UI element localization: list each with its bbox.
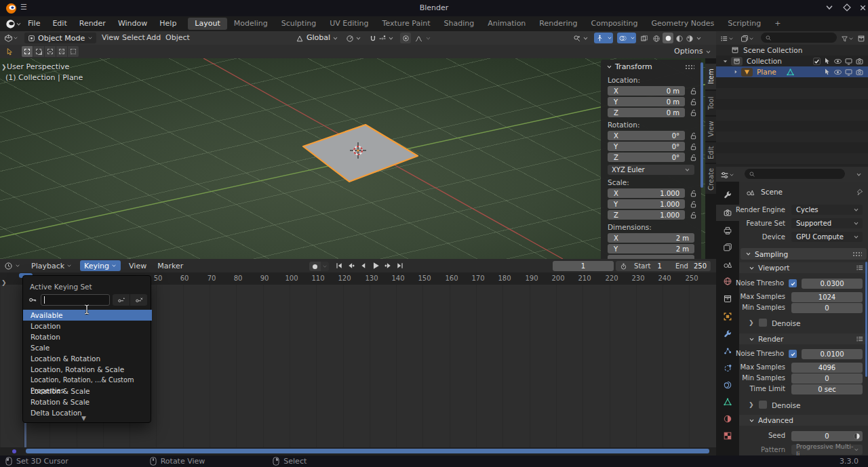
shading-wireframe-icon[interactable]: [652, 34, 660, 43]
keying-item-loc-rot-scale[interactable]: Location, Rotation & Scale: [23, 364, 152, 375]
window-maximize-button[interactable]: [842, 3, 852, 12]
frame-range-fields[interactable]: Start 1 End 250: [616, 261, 711, 271]
rotation-mode-dropdown[interactable]: XYZ Euler: [608, 165, 694, 175]
add-workspace-button[interactable]: +: [768, 18, 787, 30]
end-value[interactable]: 250: [694, 262, 707, 270]
preset-list-icon[interactable]: [856, 264, 864, 272]
snap-with-icon[interactable]: [378, 34, 387, 43]
viewport-disable-icon[interactable]: [844, 68, 853, 77]
r-denoise-expand-icon[interactable]: ❯: [749, 401, 754, 408]
shading-material-icon[interactable]: [675, 34, 684, 43]
snap-chevron-icon[interactable]: [355, 35, 361, 41]
tab-rendering[interactable]: Rendering: [532, 18, 584, 30]
orientation-chevron-icon[interactable]: [332, 35, 338, 41]
viewport-disable-icon[interactable]: [844, 57, 853, 66]
render-disable-icon[interactable]: [855, 68, 864, 77]
r-max-samples-field[interactable]: 4096: [791, 363, 863, 373]
pin-id-icon[interactable]: [856, 187, 863, 196]
timeline-editor-type-icon[interactable]: [0, 262, 26, 270]
menu-keying[interactable]: Keying: [80, 260, 121, 271]
rotation-x-field[interactable]: X0°: [608, 131, 685, 140]
select-mode-subtract-icon[interactable]: [45, 46, 56, 57]
select-mode-extend-icon[interactable]: [33, 46, 44, 57]
new-collection-icon[interactable]: [857, 34, 865, 43]
pattern-dropdown[interactable]: Progressive Multi-Ji...: [791, 445, 863, 455]
feature-set-dropdown[interactable]: Supported: [791, 218, 863, 228]
outliner-row-scene-collection[interactable]: Scene Collection: [716, 45, 868, 56]
vp-denoise-checkbox[interactable]: [759, 319, 767, 327]
prev-keyframe-button[interactable]: [346, 261, 357, 270]
advanced-subsection-header[interactable]: Advanced: [739, 415, 868, 426]
seed-field[interactable]: 0: [791, 431, 863, 441]
render-subsection-header[interactable]: Render: [739, 333, 868, 344]
outliner-row-plane[interactable]: Plane: [716, 66, 868, 77]
keying-item-loc-scale[interactable]: Location & Scale: [23, 386, 152, 397]
viewport-subsection-header[interactable]: Viewport: [739, 262, 868, 273]
collection-label[interactable]: Collection: [747, 57, 782, 65]
tab-layout[interactable]: Layout: [188, 18, 226, 30]
outliner-row-collection[interactable]: Collection: [716, 56, 868, 66]
toolbar-expand-arrow[interactable]: ❯: [1, 64, 7, 70]
lock-icon[interactable]: [690, 131, 697, 140]
current-frame-field[interactable]: 1: [553, 261, 614, 271]
outliner-filter-image-icon[interactable]: [741, 34, 754, 43]
overlays-chevron-icon[interactable]: [629, 33, 636, 43]
tab-modeling[interactable]: Modeling: [227, 18, 275, 30]
location-z-field[interactable]: Z0 m: [608, 108, 685, 117]
dimension-x-field[interactable]: X2 m: [608, 233, 694, 243]
keying-item-scale[interactable]: Scale: [23, 342, 152, 353]
proportional-editing-icon[interactable]: [400, 33, 411, 43]
tab-edit[interactable]: Edit: [705, 142, 716, 163]
properties-scrollbar[interactable]: [865, 262, 867, 377]
vp-min-samples-field[interactable]: 0: [791, 303, 863, 313]
play-button[interactable]: [370, 261, 381, 270]
lock-icon[interactable]: [690, 210, 697, 220]
properties-editor-type-icon[interactable]: [720, 170, 734, 180]
exclude-checkbox-icon[interactable]: [812, 57, 821, 66]
next-keyframe-button[interactable]: [382, 261, 393, 270]
tab-texture-paint[interactable]: Texture Paint: [376, 18, 437, 30]
tab-tool-properties[interactable]: [716, 187, 739, 203]
outliner-display-mode-icon[interactable]: [720, 34, 734, 43]
select-mode-intersect-icon[interactable]: [68, 46, 79, 57]
selectable-icon[interactable]: [823, 57, 831, 65]
tab-compositing[interactable]: Compositing: [585, 18, 645, 30]
selectable-icon[interactable]: [823, 68, 831, 76]
render-engine-dropdown[interactable]: Cycles: [791, 205, 863, 215]
editor-type-button[interactable]: [4, 33, 18, 43]
vp-noise-threshold-field[interactable]: 0.0300: [802, 279, 863, 289]
select-mode-invert-icon[interactable]: [56, 46, 67, 57]
menu-marker[interactable]: Marker: [152, 262, 189, 270]
lock-icon[interactable]: [690, 97, 697, 106]
snap-target-icon[interactable]: [346, 34, 354, 43]
keying-item-loc-rot-custom[interactable]: Location, Rotation, ...& Custom Properti…: [23, 375, 152, 386]
tab-scene-properties[interactable]: [716, 256, 739, 272]
tab-material-properties[interactable]: [716, 411, 739, 427]
snap-with-chevron-icon[interactable]: [388, 35, 394, 41]
viewport-menu-object[interactable]: Object: [160, 31, 195, 45]
tab-object-data-properties[interactable]: [716, 394, 739, 410]
tab-uv-editing[interactable]: UV Editing: [323, 18, 375, 30]
n-panel-scrollbar[interactable]: [701, 62, 703, 188]
scale-x-field[interactable]: X1.000: [608, 188, 685, 198]
transform-panel-header[interactable]: Transform: [606, 62, 652, 71]
r-noise-threshold-checkbox[interactable]: [789, 350, 797, 358]
menu-window[interactable]: Window: [112, 16, 153, 31]
plane-label[interactable]: Plane: [757, 68, 776, 76]
disclosure-triangle-icon[interactable]: [732, 68, 739, 75]
keying-item-rot-scale[interactable]: Rotation & Scale: [23, 397, 152, 407]
r-denoise-checkbox[interactable]: [759, 401, 767, 409]
r-noise-threshold-field[interactable]: 0.0100: [802, 349, 863, 359]
keying-item-location[interactable]: Location: [23, 321, 152, 331]
tab-geometry-nodes[interactable]: Geometry Nodes: [644, 18, 721, 30]
tab-create[interactable]: Create: [705, 164, 716, 194]
vp-denoise-expand-icon[interactable]: ❯: [749, 319, 754, 326]
orientation-label[interactable]: Global: [307, 33, 330, 42]
properties-search-input[interactable]: [745, 169, 845, 179]
time-limit-field[interactable]: 0 sec: [791, 384, 863, 394]
shading-rendered-icon[interactable]: [686, 34, 694, 43]
mode-selector[interactable]: Object Mode: [24, 33, 96, 43]
menu-playback[interactable]: Playback: [26, 262, 77, 270]
lock-icon[interactable]: [690, 108, 697, 117]
select-mode-set-icon[interactable]: [22, 46, 33, 57]
